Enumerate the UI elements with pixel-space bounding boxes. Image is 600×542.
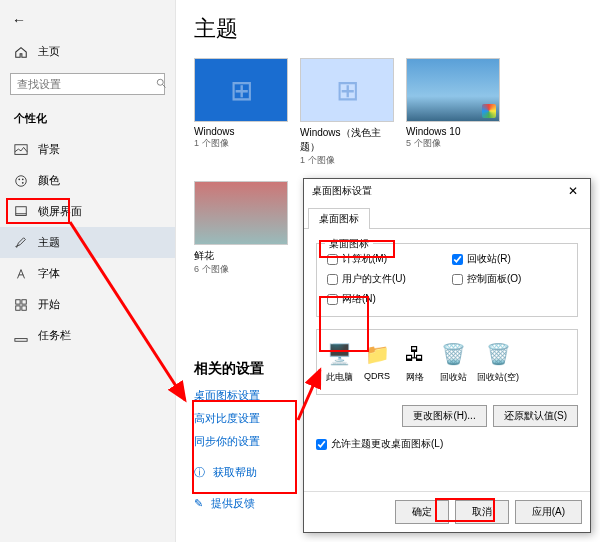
icon-network[interactable]: 🖧网络 bbox=[401, 340, 429, 384]
checkbox-network[interactable]: 网络(N) bbox=[327, 292, 442, 306]
checkbox-userfiles[interactable]: 用户的文件(U) bbox=[327, 272, 442, 286]
change-icon-button[interactable]: 更改图标(H)... bbox=[402, 405, 486, 427]
group-title: 桌面图标 bbox=[325, 237, 373, 251]
theme-card[interactable]: 鲜花 6 个图像 bbox=[194, 181, 288, 276]
icon-preview-list: 🖥️此电脑 📁QDRS 🖧网络 🗑️回收站 🗑️回收站(空) bbox=[316, 329, 578, 395]
icon-label: 回收站(空) bbox=[477, 371, 519, 384]
theme-name: Windows（浅色主题） bbox=[300, 126, 394, 154]
desktop-icon-settings-dialog: 桌面图标设置 ✕ 桌面图标 桌面图标 计算机(M) 回收站(R) 用户的文件(U… bbox=[303, 178, 591, 533]
nav-label: 开始 bbox=[38, 297, 60, 312]
dialog-footer: 确定 取消 应用(A) bbox=[304, 491, 590, 532]
checkbox-input[interactable] bbox=[327, 274, 338, 285]
network-icon: 🖧 bbox=[401, 340, 429, 368]
theme-thumbnail bbox=[406, 58, 500, 122]
checkbox-input[interactable] bbox=[316, 439, 327, 450]
sidebar-item-taskbar[interactable]: 任务栏 bbox=[0, 320, 175, 351]
theme-thumbnail: ⊞ bbox=[300, 58, 394, 122]
checkbox-label: 网络(N) bbox=[342, 292, 376, 306]
dialog-titlebar: 桌面图标设置 ✕ bbox=[304, 179, 590, 203]
cancel-button[interactable]: 取消 bbox=[455, 500, 509, 524]
brush-icon bbox=[14, 236, 28, 250]
page-title: 主题 bbox=[194, 14, 582, 44]
checkbox-recyclebin[interactable]: 回收站(R) bbox=[452, 252, 567, 266]
sidebar-item-background[interactable]: 背景 bbox=[0, 134, 175, 165]
theme-sub: 5 个图像 bbox=[406, 137, 500, 150]
theme-thumbnail: ⊞ bbox=[194, 58, 288, 122]
theme-sub: 1 个图像 bbox=[300, 154, 394, 167]
allow-theme-checkbox[interactable]: 允许主题更改桌面图标(L) bbox=[316, 437, 578, 451]
theme-sub: 1 个图像 bbox=[194, 137, 288, 150]
search-icon bbox=[155, 77, 167, 91]
theme-card[interactable]: ⊞ Windows（浅色主题） 1 个图像 bbox=[300, 58, 394, 167]
tab-desktop-icons[interactable]: 桌面图标 bbox=[308, 208, 370, 229]
feedback-icon: ✎ bbox=[194, 497, 203, 510]
dialog-title: 桌面图标设置 bbox=[312, 184, 372, 198]
svg-rect-10 bbox=[22, 299, 26, 303]
restore-default-button[interactable]: 还原默认值(S) bbox=[493, 405, 578, 427]
checkbox-label: 控制面板(O) bbox=[467, 272, 521, 286]
icon-label: 此电脑 bbox=[326, 371, 353, 384]
icons-group: 桌面图标 计算机(M) 回收站(R) 用户的文件(U) 控制面板(O) 网络(N… bbox=[316, 243, 578, 317]
checkbox-computer[interactable]: 计算机(M) bbox=[327, 252, 442, 266]
icon-user[interactable]: 📁QDRS bbox=[363, 340, 391, 384]
font-icon bbox=[14, 267, 28, 281]
home-icon bbox=[14, 45, 28, 59]
checkbox-controlpanel[interactable]: 控制面板(O) bbox=[452, 272, 567, 286]
checkbox-input[interactable] bbox=[327, 254, 338, 265]
computer-icon: 🖥️ bbox=[325, 340, 353, 368]
icon-label: 网络 bbox=[406, 371, 424, 384]
sidebar: ← 主页 个性化 背景 颜色 锁屏界面 主题 bbox=[0, 0, 176, 542]
checkbox-label: 用户的文件(U) bbox=[342, 272, 406, 286]
recycle-empty-icon: 🗑️ bbox=[484, 340, 512, 368]
svg-point-6 bbox=[22, 181, 24, 183]
checkbox-input[interactable] bbox=[327, 294, 338, 305]
svg-rect-11 bbox=[16, 305, 20, 309]
theme-name: Windows bbox=[194, 126, 288, 137]
sidebar-item-home[interactable]: 主页 bbox=[0, 38, 175, 65]
back-button[interactable]: ← bbox=[0, 8, 175, 32]
checkbox-label: 回收站(R) bbox=[467, 252, 511, 266]
theme-thumbnail bbox=[194, 181, 288, 245]
theme-sub: 6 个图像 bbox=[194, 263, 288, 276]
home-label: 主页 bbox=[38, 44, 60, 59]
search-input[interactable] bbox=[10, 73, 165, 95]
search-field[interactable] bbox=[17, 78, 155, 90]
recycle-icon: 🗑️ bbox=[439, 340, 467, 368]
theme-name: Windows 10 bbox=[406, 126, 500, 137]
svg-rect-12 bbox=[22, 305, 26, 309]
sidebar-item-lockscreen[interactable]: 锁屏界面 bbox=[0, 196, 175, 227]
icon-this-pc[interactable]: 🖥️此电脑 bbox=[325, 340, 353, 384]
help-label: 获取帮助 bbox=[213, 465, 257, 480]
themes-row: ⊞ Windows 1 个图像 ⊞ Windows（浅色主题） 1 个图像 Wi… bbox=[194, 58, 582, 167]
picture-icon bbox=[14, 143, 28, 157]
lockscreen-icon bbox=[14, 205, 28, 219]
theme-card[interactable]: Windows 10 5 个图像 bbox=[406, 58, 500, 167]
theme-card[interactable]: ⊞ Windows 1 个图像 bbox=[194, 58, 288, 167]
taskbar-icon bbox=[14, 329, 28, 343]
sidebar-item-fonts[interactable]: 字体 bbox=[0, 258, 175, 289]
dialog-body: 桌面图标 计算机(M) 回收站(R) 用户的文件(U) 控制面板(O) 网络(N… bbox=[304, 229, 590, 491]
nav-label: 背景 bbox=[38, 142, 60, 157]
nav-label: 颜色 bbox=[38, 173, 60, 188]
apply-button[interactable]: 应用(A) bbox=[515, 500, 582, 524]
nav-label: 任务栏 bbox=[38, 328, 71, 343]
sidebar-item-themes[interactable]: 主题 bbox=[0, 227, 175, 258]
checkbox-label: 允许主题更改桌面图标(L) bbox=[331, 437, 443, 451]
theme-name: 鲜花 bbox=[194, 249, 288, 263]
nav-label: 锁屏界面 bbox=[38, 204, 82, 219]
svg-point-4 bbox=[18, 178, 20, 180]
icon-recycle-full[interactable]: 🗑️回收站 bbox=[439, 340, 467, 384]
icon-recycle-empty[interactable]: 🗑️回收站(空) bbox=[477, 340, 519, 384]
sidebar-item-start[interactable]: 开始 bbox=[0, 289, 175, 320]
svg-rect-13 bbox=[15, 338, 27, 341]
icon-label: QDRS bbox=[364, 371, 390, 381]
sidebar-item-colors[interactable]: 颜色 bbox=[0, 165, 175, 196]
feedback-label: 提供反馈 bbox=[211, 496, 255, 511]
svg-rect-9 bbox=[16, 299, 20, 303]
checkbox-input[interactable] bbox=[452, 274, 463, 285]
checkbox-input[interactable] bbox=[452, 254, 463, 265]
close-button[interactable]: ✕ bbox=[564, 184, 582, 198]
palette-icon bbox=[14, 174, 28, 188]
ok-button[interactable]: 确定 bbox=[395, 500, 449, 524]
svg-point-3 bbox=[16, 175, 27, 186]
